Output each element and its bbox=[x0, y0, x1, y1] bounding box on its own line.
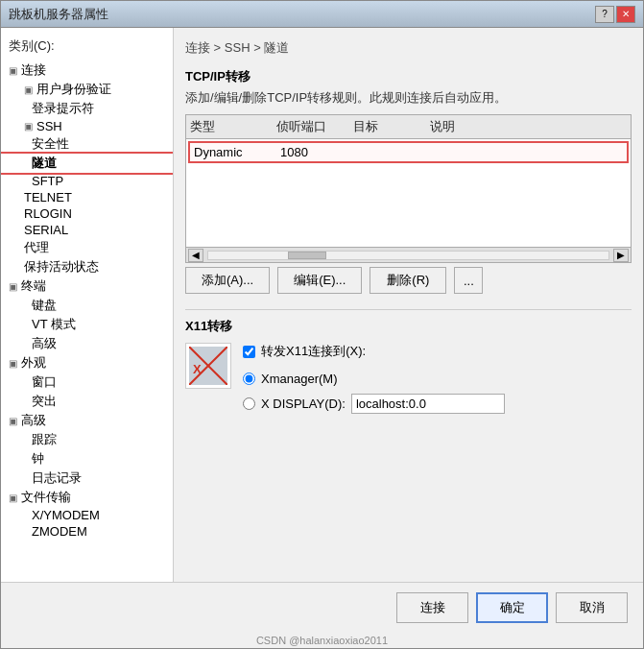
sidebar-item-label: 终端 bbox=[21, 277, 46, 295]
xmanager-label: Xmanager(M) bbox=[261, 372, 337, 386]
table-header: 类型 侦听端口 目标 说明 bbox=[186, 115, 631, 139]
table-row[interactable]: Dynamic 1080 bbox=[188, 141, 629, 163]
expand-icon: ▣ bbox=[9, 65, 17, 76]
sidebar-item-proxy[interactable]: 代理 bbox=[1, 238, 173, 257]
sidebar-item-serial[interactable]: SERIAL bbox=[1, 222, 173, 238]
cell-port: 1080 bbox=[280, 145, 357, 159]
tcp-section-title: TCP/IP转移 bbox=[185, 68, 632, 85]
cell-type: Dynamic bbox=[194, 145, 280, 159]
help-button[interactable]: ? bbox=[595, 6, 614, 23]
header-target: 目标 bbox=[353, 118, 430, 135]
scrollbar-track bbox=[207, 251, 609, 260]
add-button[interactable]: 添加(A)... bbox=[185, 267, 270, 294]
xdisplay-label: X DISPLAY(D): bbox=[261, 397, 346, 411]
cell-target bbox=[357, 145, 434, 159]
sidebar-item-rlogin[interactable]: RLOGIN bbox=[1, 205, 173, 222]
sidebar-item-advanced2[interactable]: ▣ 高级 bbox=[1, 411, 173, 430]
sidebar-item-clock[interactable]: 钟 bbox=[1, 449, 173, 469]
tunnel-table: 类型 侦听端口 目标 说明 Dynamic 1080 ◀ bbox=[185, 114, 632, 263]
sidebar-item-label: SSH bbox=[36, 119, 62, 133]
sidebar-item-advanced[interactable]: 高级 bbox=[1, 334, 173, 353]
x11-options: 转发X11连接到(X): Xmanager(M) X DISPLAY(D): bbox=[243, 343, 505, 414]
sidebar-item-tunnel[interactable]: 隧道 bbox=[1, 154, 173, 173]
sidebar-item-label: 外观 bbox=[21, 354, 46, 372]
expand-icon: ▣ bbox=[9, 358, 17, 369]
close-button[interactable]: ✕ bbox=[616, 6, 635, 23]
sidebar-item-label: 高级 bbox=[21, 412, 46, 429]
sidebar: 类别(C): ▣ 连接 ▣ 用户身份验证 登录提示符 ▣ SSH 安全性 隧道 … bbox=[1, 28, 174, 582]
sidebar-item-log[interactable]: 日志记录 bbox=[1, 469, 173, 488]
x11-title: X11转移 bbox=[185, 318, 632, 335]
sidebar-item-file-transfer[interactable]: ▣ 文件传输 bbox=[1, 488, 173, 507]
xmanager-radio[interactable] bbox=[243, 373, 255, 385]
table-scrollbar[interactable]: ◀ ▶ bbox=[186, 247, 631, 262]
x11-content: X 转发X11连接到(X): Xmanager(M) bbox=[185, 343, 632, 414]
sidebar-label: 类别(C): bbox=[1, 36, 173, 57]
xdisplay-row: X DISPLAY(D): bbox=[243, 394, 505, 414]
breadcrumb: 连接 > SSH > 隧道 bbox=[185, 39, 632, 57]
sidebar-item-keepalive[interactable]: 保持活动状态 bbox=[1, 257, 173, 276]
sidebar-item-sftp[interactable]: SFTP bbox=[1, 173, 173, 189]
sidebar-item-label: 文件传输 bbox=[21, 489, 71, 506]
sidebar-item-ssh[interactable]: ▣ SSH bbox=[1, 118, 173, 134]
bottom-bar: 连接 确定 取消 bbox=[1, 582, 643, 633]
main-window: 跳板机服务器属性 ? ✕ 类别(C): ▣ 连接 ▣ 用户身份验证 登录提示符 … bbox=[0, 0, 644, 649]
cell-note bbox=[434, 145, 511, 159]
sidebar-item-user-auth[interactable]: ▣ 用户身份验证 bbox=[1, 80, 173, 99]
sidebar-item-window[interactable]: 窗口 bbox=[1, 373, 173, 392]
sidebar-item-zmodem[interactable]: ZMODEM bbox=[1, 523, 173, 540]
ok-button[interactable]: 确定 bbox=[476, 592, 548, 623]
main-panel: 连接 > SSH > 隧道 TCP/IP转移 添加/编辑/删除TCP/IP转移规… bbox=[174, 28, 643, 582]
forward-x11-checkbox[interactable] bbox=[243, 346, 255, 358]
x11-section: X11转移 X 转发X11连接到(X) bbox=[185, 309, 632, 414]
title-bar: 跳板机服务器属性 ? ✕ bbox=[1, 1, 643, 28]
edit-button[interactable]: 编辑(E)... bbox=[277, 267, 362, 294]
sidebar-item-terminal[interactable]: ▣ 终端 bbox=[1, 276, 173, 296]
forward-x11-row: 转发X11连接到(X): bbox=[243, 343, 505, 360]
x11-icon: X bbox=[185, 343, 231, 389]
sidebar-item-keyboard[interactable]: 键盘 bbox=[1, 296, 173, 315]
scrollbar-thumb bbox=[288, 252, 326, 259]
expand-icon: ▣ bbox=[9, 493, 17, 503]
action-buttons: 添加(A)... 编辑(E)... 删除(R) ... bbox=[185, 267, 632, 294]
tcp-section-desc: 添加/编辑/删除TCP/IP转移规则。此规则连接后自动应用。 bbox=[185, 89, 632, 107]
delete-button[interactable]: 删除(R) bbox=[370, 267, 446, 294]
expand-icon: ▣ bbox=[24, 121, 33, 132]
sidebar-item-appearance[interactable]: ▣ 外观 bbox=[1, 353, 173, 373]
content-area: 类别(C): ▣ 连接 ▣ 用户身份验证 登录提示符 ▣ SSH 安全性 隧道 … bbox=[1, 28, 643, 582]
watermark: CSDN @halanxiaoxiao2011 bbox=[1, 633, 643, 648]
sidebar-item-label: 用户身份验证 bbox=[36, 81, 111, 98]
sidebar-item-security[interactable]: 安全性 bbox=[1, 134, 173, 154]
expand-icon: ▣ bbox=[9, 281, 17, 292]
sidebar-item-trace[interactable]: 跟踪 bbox=[1, 430, 173, 449]
xdisplay-input[interactable] bbox=[351, 394, 505, 414]
scroll-right[interactable]: ▶ bbox=[613, 249, 629, 262]
sidebar-item-xymodem[interactable]: X/YMODEM bbox=[1, 507, 173, 523]
window-title: 跳板机服务器属性 bbox=[9, 6, 108, 23]
sidebar-item-connection[interactable]: ▣ 连接 bbox=[1, 60, 173, 80]
window-controls: ? ✕ bbox=[595, 6, 635, 23]
expand-icon: ▣ bbox=[9, 416, 17, 426]
more-button[interactable]: ... bbox=[454, 267, 483, 294]
sidebar-item-label: 连接 bbox=[21, 61, 46, 79]
forward-x11-label: 转发X11连接到(X): bbox=[261, 343, 366, 360]
xdisplay-radio[interactable] bbox=[243, 397, 255, 410]
sidebar-item-login-hint[interactable]: 登录提示符 bbox=[1, 99, 173, 118]
sidebar-item-highlight[interactable]: 突出 bbox=[1, 392, 173, 411]
header-type: 类型 bbox=[190, 118, 276, 135]
header-note: 说明 bbox=[430, 118, 507, 135]
header-port: 侦听端口 bbox=[276, 118, 353, 135]
connect-button[interactable]: 连接 bbox=[396, 592, 468, 623]
cancel-button[interactable]: 取消 bbox=[556, 592, 628, 623]
expand-icon: ▣ bbox=[24, 84, 33, 95]
sidebar-item-vt-mode[interactable]: VT 模式 bbox=[1, 315, 173, 334]
sidebar-item-telnet[interactable]: TELNET bbox=[1, 189, 173, 205]
scroll-left[interactable]: ◀ bbox=[188, 249, 203, 262]
table-body: Dynamic 1080 bbox=[186, 141, 631, 247]
xmanager-row: Xmanager(M) bbox=[243, 372, 505, 386]
